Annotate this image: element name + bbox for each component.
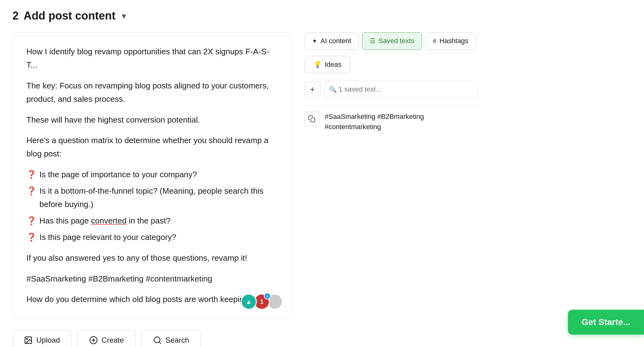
post-paragraph-3: These will have the highest conversion p… bbox=[26, 113, 278, 127]
tab-ai-content-label: AI content bbox=[320, 37, 351, 45]
ideas-icon: 💡 bbox=[313, 61, 322, 69]
search-row: + 🔍 bbox=[304, 81, 478, 98]
conclusion-text: If you also answered yes to any of those… bbox=[26, 251, 278, 265]
converted-text: converted bbox=[91, 216, 126, 225]
tab-saved-texts[interactable]: ☰ Saved texts bbox=[362, 32, 422, 50]
create-button[interactable]: Create bbox=[78, 330, 135, 347]
upload-button[interactable]: Upload bbox=[12, 330, 71, 347]
page-title: Add post content bbox=[24, 9, 116, 22]
post-editor-panel: How I identify blog revamp opportunities… bbox=[12, 32, 292, 319]
get-started-button[interactable]: Get Starte... bbox=[568, 310, 644, 335]
create-label: Create bbox=[102, 336, 124, 345]
copy-icon[interactable] bbox=[304, 111, 319, 126]
post-paragraph-1: How I identify blog revamp opportunities… bbox=[26, 45, 278, 72]
tab-hashtags[interactable]: # Hashtags bbox=[425, 32, 476, 50]
question-text-1: Is the page of importance to your compan… bbox=[39, 168, 197, 181]
tab-bar: ✦ AI content ☰ Saved texts # Hashtags bbox=[304, 32, 478, 50]
question-text-3: Has this page converted in the past? bbox=[39, 214, 170, 228]
ideas-label: Ideas bbox=[325, 61, 342, 69]
add-button[interactable]: + bbox=[304, 81, 320, 97]
saved-item-text: #SaaSmarketing #B2Bmarketing #contentmar… bbox=[325, 111, 478, 132]
question-icon-4: ❓ bbox=[26, 231, 36, 244]
saved-texts-icon: ☰ bbox=[370, 37, 375, 45]
question-icon-2: ❓ bbox=[26, 184, 36, 198]
ai-content-icon: ✦ bbox=[312, 37, 317, 45]
question-item-4: ❓ Is this page relevant to your category… bbox=[26, 231, 278, 244]
search-label: Search bbox=[166, 336, 189, 345]
search-input-wrap: 🔍 bbox=[325, 81, 478, 98]
post-paragraph-2: The key: Focus on revamping blog posts a… bbox=[26, 79, 278, 106]
bottom-toolbar: Upload Create Search bbox=[12, 330, 632, 347]
upload-icon bbox=[24, 336, 33, 345]
hashtags-icon: # bbox=[433, 38, 436, 45]
svg-point-2 bbox=[26, 339, 28, 340]
step-number: 2 bbox=[12, 9, 19, 22]
search-toolbar-icon bbox=[153, 336, 162, 345]
search-button[interactable]: Search bbox=[142, 330, 201, 347]
saved-item: #SaaSmarketing #B2Bmarketing #contentmar… bbox=[304, 106, 478, 137]
question-text-4: Is this page relevant to your category? bbox=[39, 231, 176, 244]
post-content: How I identify blog revamp opportunities… bbox=[26, 45, 278, 306]
avatar-group: ▲ 1 + bbox=[241, 294, 283, 310]
chevron-down-icon[interactable]: ▾ bbox=[122, 11, 126, 21]
engagement-question: How do you determine which old blog post… bbox=[26, 295, 273, 304]
question-item-2: ❓ Is it a bottom-of-the-funnel topic? (M… bbox=[26, 184, 278, 211]
question-text-2: Is it a bottom-of-the-funnel topic? (Mea… bbox=[39, 184, 278, 211]
question-icon-3: ❓ bbox=[26, 214, 36, 228]
tab-hashtags-label: Hashtags bbox=[439, 37, 468, 45]
upload-label: Upload bbox=[36, 336, 60, 345]
ideas-button[interactable]: 💡 Ideas bbox=[304, 56, 351, 73]
svg-line-7 bbox=[159, 342, 161, 344]
question-item-3: ❓ Has this page converted in the past? bbox=[26, 214, 278, 228]
avatar-teal[interactable]: ▲ bbox=[241, 294, 257, 310]
post-paragraph-4: Here's a question matrix to determine wh… bbox=[26, 134, 278, 160]
right-panel: ✦ AI content ☰ Saved texts # Hashtags 💡 … bbox=[304, 32, 478, 137]
search-icon: 🔍 bbox=[329, 86, 337, 93]
tab-saved-texts-label: Saved texts bbox=[379, 37, 414, 45]
svg-rect-0 bbox=[311, 118, 315, 122]
tab-ai-content[interactable]: ✦ AI content bbox=[304, 32, 359, 50]
search-input[interactable] bbox=[325, 81, 478, 98]
question-icon-1: ❓ bbox=[26, 168, 36, 181]
saved-items-list: #SaaSmarketing #B2Bmarketing #contentmar… bbox=[304, 106, 478, 137]
create-icon bbox=[89, 336, 98, 345]
post-hashtags: #SaaSmarketing #B2Bmarketing #contentmar… bbox=[26, 272, 278, 286]
question-item-1: ❓ Is the page of importance to your comp… bbox=[26, 168, 278, 181]
